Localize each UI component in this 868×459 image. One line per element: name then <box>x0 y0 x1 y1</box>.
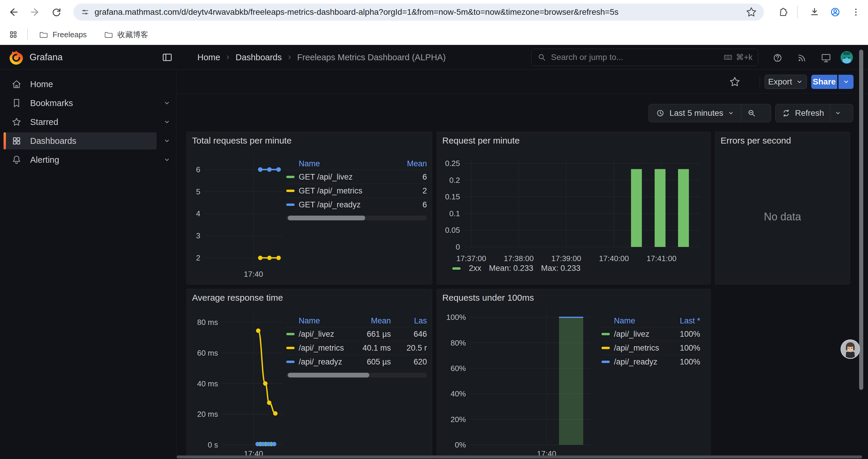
chevron-down-icon <box>834 109 841 117</box>
back-button[interactable] <box>5 4 22 21</box>
chevron-down-icon[interactable] <box>163 118 171 126</box>
bookmarks-divider <box>27 29 28 40</box>
sidebar-item-dashboards[interactable]: Dashboards <box>4 132 157 150</box>
avatar-image <box>840 339 860 359</box>
share-button[interactable]: Share <box>811 75 837 89</box>
back-icon <box>7 6 20 19</box>
no-data-message: No data <box>715 210 850 223</box>
star-icon <box>728 76 741 88</box>
export-button[interactable]: Export <box>765 75 807 89</box>
svg-text:40%: 40% <box>451 389 466 398</box>
svg-text:17:39:00: 17:39:00 <box>551 254 581 263</box>
time-controls-row: Last 5 minutes Refresh <box>177 94 868 132</box>
sidebar-item-starred[interactable]: Starred <box>4 113 157 131</box>
bookmark-label: Freeleaps <box>53 30 87 39</box>
chevron-down-icon[interactable] <box>163 156 171 164</box>
address-bar[interactable]: grafana.mathmast.com/d/deytv4rwavabkb/fr… <box>73 4 764 21</box>
svg-text:60%: 60% <box>451 364 466 373</box>
sidebar-item-home[interactable]: Home <box>4 76 157 93</box>
panel-toggle-icon <box>161 51 174 64</box>
sidebar-item-bookmarks[interactable]: Bookmarks <box>4 95 157 112</box>
folder-icon <box>38 30 49 40</box>
active-indicator <box>4 132 6 150</box>
folder-icon <box>103 30 114 40</box>
svg-text:0%: 0% <box>455 440 466 449</box>
refresh-icon <box>781 108 791 118</box>
svg-text:0.1: 0.1 <box>450 209 460 218</box>
assistant-floating-avatar[interactable] <box>840 339 860 359</box>
refresh-interval-button[interactable] <box>830 109 845 117</box>
favorite-dashboard-button[interactable] <box>728 76 741 88</box>
forward-button[interactable] <box>27 4 44 21</box>
apps-grid-button[interactable] <box>5 26 22 43</box>
brand-label: Grafana <box>30 45 63 70</box>
svg-text:0.15: 0.15 <box>445 192 460 201</box>
download-icon <box>808 6 821 18</box>
extensions-puzzle-icon <box>777 6 788 18</box>
reload-button[interactable] <box>48 4 65 21</box>
horizontal-scrollbar[interactable] <box>177 455 862 458</box>
chevron-down-icon[interactable] <box>163 99 171 107</box>
panel-errors-per-second[interactable]: Errors per second No data <box>715 132 850 285</box>
help-button[interactable] <box>771 52 784 64</box>
chart-canvas: 17:40100%80%60%40%20%0% <box>437 289 711 459</box>
breadcrumb-separator-icon <box>225 54 231 60</box>
chart-canvas: 17:37:0017:38:0017:39:0017:40:0017:41:00… <box>437 132 711 285</box>
forward-icon <box>29 6 42 19</box>
svg-text:17:40:00: 17:40:00 <box>599 254 629 263</box>
browser-toolbar: grafana.mathmast.com/d/deytv4rwavabkb/fr… <box>0 0 868 24</box>
svg-text:4: 4 <box>196 209 200 218</box>
toolbar-divider <box>760 76 760 88</box>
browser-menu-button[interactable] <box>847 4 864 21</box>
site-settings-icon[interactable] <box>79 6 91 18</box>
svg-text:17:40: 17:40 <box>244 270 263 278</box>
sidebar-item-alerting[interactable]: Alerting <box>4 151 157 168</box>
svg-text:0: 0 <box>456 242 460 251</box>
search-input[interactable] <box>551 53 719 62</box>
svg-text:0 s: 0 s <box>208 440 218 449</box>
bookmark-folder[interactable]: Freeleaps <box>33 27 92 42</box>
svg-text:6: 6 <box>196 165 200 174</box>
profile-button[interactable] <box>827 4 844 21</box>
panel-requests-under-100ms[interactable]: Requests under 100ms NameLast */api/_liv… <box>437 289 711 459</box>
bookmark-label: 收藏博客 <box>118 30 148 40</box>
clock-icon <box>655 108 665 118</box>
help-icon <box>772 52 783 64</box>
news-button[interactable] <box>795 52 808 64</box>
user-avatar[interactable] <box>840 51 853 64</box>
sidebar-toggle-button[interactable] <box>161 51 174 64</box>
sidebar-item-label: Alerting <box>30 155 59 165</box>
extensions-button[interactable] <box>774 4 791 21</box>
refresh-button[interactable]: Refresh <box>776 108 830 118</box>
bookmark-folder[interactable]: 收藏博客 <box>98 27 154 42</box>
chevron-down-icon[interactable] <box>163 137 171 145</box>
chevron-down-icon <box>727 109 735 117</box>
chevron-down-icon <box>796 78 803 86</box>
refresh-label: Refresh <box>795 108 824 118</box>
zoom-out-button[interactable] <box>741 108 762 118</box>
bookmark-star-icon[interactable] <box>745 6 757 18</box>
panel-total-requests-per-minute[interactable]: Total requests per minute NameMeanGET /a… <box>186 132 432 285</box>
panel-average-response-time[interactable]: Average response time NameMeanLas/api/_l… <box>186 289 432 459</box>
svg-text:0.05: 0.05 <box>445 226 460 234</box>
search-box[interactable]: ⌘+k <box>531 49 758 66</box>
profile-icon <box>829 6 842 19</box>
grid-icon <box>11 135 23 147</box>
search-icon <box>537 52 547 62</box>
time-range-picker[interactable]: Last 5 minutes <box>649 108 741 118</box>
share-menu-button[interactable] <box>838 75 854 89</box>
kebab-menu-icon <box>850 6 862 18</box>
panel-title[interactable]: Errors per second <box>720 136 791 145</box>
breadcrumb-item[interactable]: Home <box>197 53 220 62</box>
keyboard-icon <box>723 52 733 62</box>
svg-text:0.25: 0.25 <box>445 159 460 168</box>
time-range-group: Last 5 minutes <box>649 104 771 122</box>
kiosk-mode-button[interactable] <box>819 52 833 64</box>
svg-text:80 ms: 80 ms <box>197 318 218 327</box>
monitor-icon <box>820 52 832 64</box>
panel-request-per-minute[interactable]: Request per minute 2xx Mean: 0.233 Max: … <box>437 132 711 285</box>
breadcrumb-item[interactable]: Dashboards <box>236 53 282 62</box>
bookmarks-bar: Freeleaps收藏博客 <box>0 24 868 45</box>
downloads-button[interactable] <box>806 4 823 21</box>
home-icon <box>11 78 23 90</box>
